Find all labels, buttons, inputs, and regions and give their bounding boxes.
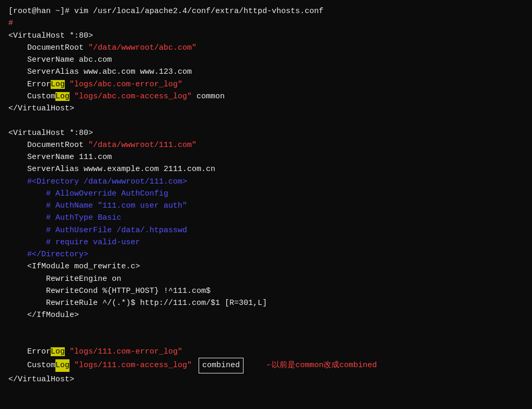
annotation-label: 以前是common改成combined: [272, 359, 377, 371]
customlog-space: [192, 359, 196, 371]
vhost2-docroot: DocumentRoot "/data/wwwroot/111.com": [8, 139, 524, 151]
terminal: [root@han ~]# vim /usr/local/apache2.4/c…: [8, 5, 524, 409]
vhost1-serveralias: ServerAlias www.abc.com www.123.com: [8, 66, 524, 78]
customlog-highlight: Log: [55, 359, 70, 371]
vhost1-docroot: DocumentRoot "/data/wwwroot/abc.com": [8, 42, 524, 54]
annotation-arrow-icon: ←: [267, 359, 272, 371]
vhost2-close: </VirtualHost>: [8, 373, 524, 385]
prompt-line: [root@han ~]# vim /usr/local/apache2.4/c…: [8, 5, 524, 17]
annotation-box: combined: [199, 358, 244, 373]
vhost2-authtype: # AuthType Basic: [8, 212, 524, 224]
vhost2-rewriteengine: RewriteEngine on: [8, 273, 524, 285]
vhost1-errorlog: ErrorLog "logs/abc.com-error_log": [8, 78, 524, 90]
vhost2-open: <VirtualHost *:80>: [8, 127, 524, 139]
vhost2-authuserfile: # AuthUserFile /data/.htpasswd: [8, 224, 524, 236]
vhost2-servername: ServerName 111.com: [8, 151, 524, 163]
vhost1-customlog: CustomLog "logs/abc.com-access_log" comm…: [8, 90, 524, 103]
vhost2-dir-close: #</Directory>: [8, 248, 524, 260]
empty-line-2: [8, 322, 524, 334]
vhost2-ifmodule-close: </IfModule>: [8, 309, 524, 321]
annotation-spacing: [244, 359, 267, 371]
vhost2-customlog-row: CustomLog "logs/111.com-access_log" comb…: [8, 358, 524, 373]
vhost1-open: <VirtualHost *:80>: [8, 30, 524, 42]
vhost2-dir-open: #<Directory /data/wwwroot/111.com>: [8, 176, 524, 188]
vhost2-ifmodule-open: <IfModule mod_rewrite.c>: [8, 260, 524, 272]
customlog-string: "logs/111.com-access_log": [70, 359, 192, 371]
vhost2-authname: # AuthName "111.com user auth": [8, 200, 524, 212]
vhost2-require: # require valid-user: [8, 236, 524, 248]
empty-line-3: [8, 334, 524, 346]
vhost2-rewritecond: RewriteCond %{HTTP_HOST} !^111.com$: [8, 285, 524, 297]
customlog-prefix: Custom: [8, 359, 55, 371]
vhost2-rewriterule: RewriteRule ^/(.*)$ http://111.com/$1 [R…: [8, 297, 524, 309]
vhost1-servername: ServerName abc.com: [8, 54, 524, 66]
vhost1-close: </VirtualHost>: [8, 103, 524, 115]
vhost2-errorlog: ErrorLog "logs/111.com-error_log": [8, 346, 524, 358]
vhost2-serveralias: ServerAlias wwww.example.com 2111.com.cn: [8, 163, 524, 175]
empty-line-1: [8, 115, 524, 127]
vhost2-allowoverride: # AllowOverride AuthConfig: [8, 188, 524, 200]
hash-line: #: [8, 17, 524, 29]
